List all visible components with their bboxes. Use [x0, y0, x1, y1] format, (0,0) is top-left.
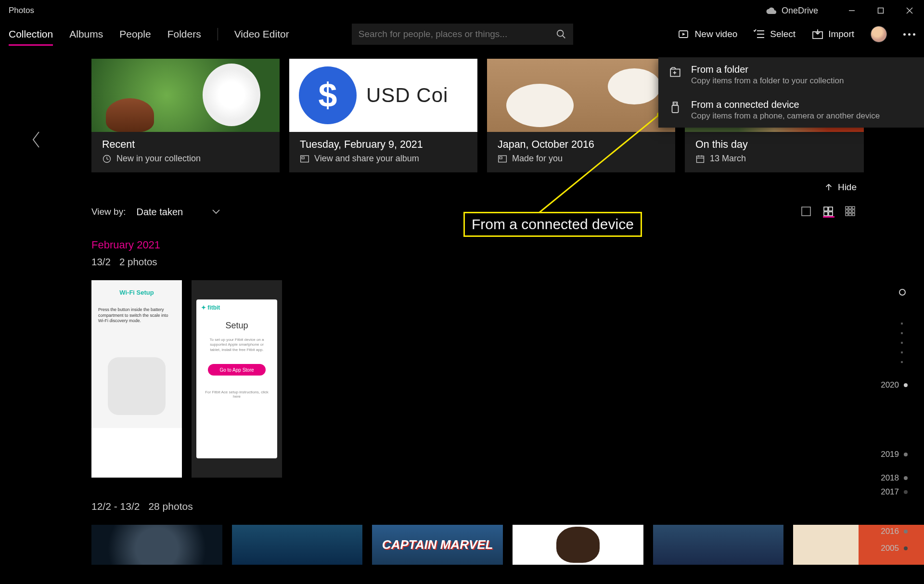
- photo-thumbnail[interactable]: [513, 525, 643, 565]
- clock-icon: [102, 154, 112, 164]
- card-subtitle: Made for you: [512, 154, 563, 164]
- svg-point-4: [557, 30, 563, 37]
- annotation-callout: From a connected device: [463, 212, 642, 237]
- photo-thumbnails: CAPTAIN MARVEL: [91, 525, 924, 565]
- month-subheader: 13/22 photos: [91, 256, 924, 268]
- onedrive-button[interactable]: OneDrive: [766, 6, 818, 16]
- photo-thumbnail[interactable]: ✦ fitbit Setup To set up your Fitbit dev…: [192, 280, 282, 478]
- thumb-content: Setup: [201, 321, 272, 331]
- photo-thumbnail[interactable]: CAPTAIN MARVEL: [372, 525, 503, 565]
- viewby-selected: Date taken: [136, 207, 183, 218]
- view-grid-small-icon[interactable]: [845, 206, 857, 218]
- window-controls: [837, 0, 924, 21]
- import-button[interactable]: Import: [812, 29, 854, 39]
- timeline-year[interactable]: 2016: [881, 527, 908, 536]
- search-input[interactable]: [359, 29, 556, 39]
- import-from-device[interactable]: From a connected device Copy items from …: [658, 92, 924, 128]
- group-count: 2 photos: [119, 256, 157, 267]
- import-from-folder[interactable]: From a folder Copy items from a folder t…: [658, 57, 924, 92]
- user-avatar[interactable]: [871, 26, 887, 42]
- card-subtitle: 13 March: [710, 154, 746, 164]
- card-title: On this day: [695, 139, 854, 151]
- thumb-content: Go to App Store: [208, 364, 266, 376]
- onedrive-label: OneDrive: [782, 6, 818, 16]
- filter-row: View by: Date taken: [0, 193, 924, 218]
- card-recent[interactable]: Recent New in your collection: [91, 59, 280, 172]
- card-image: $USD Coi: [289, 59, 477, 132]
- month-group-header: February 2021 13/22 photos: [91, 239, 924, 268]
- tab-collection[interactable]: Collection: [9, 26, 53, 42]
- timeline-scrubber[interactable]: 2020 2019 2018 2017 2016 2005: [876, 289, 914, 574]
- svg-rect-35: [846, 210, 848, 212]
- thumb-content: Press the button inside the battery comp…: [98, 307, 175, 324]
- photo-thumbnail[interactable]: [232, 525, 363, 565]
- svg-rect-40: [852, 213, 855, 216]
- thumb-content: For Fitbit Ace setup instructions, click…: [201, 390, 272, 399]
- search-box[interactable]: [352, 24, 573, 45]
- timeline-year[interactable]: 2019: [881, 450, 908, 459]
- hide-label: Hide: [838, 182, 857, 193]
- tab-albums[interactable]: Albums: [69, 26, 103, 42]
- tab-people[interactable]: People: [119, 26, 151, 42]
- tab-video-editor[interactable]: Video Editor: [234, 26, 289, 42]
- group-date-range: 12/2 - 13/2: [91, 501, 140, 512]
- hide-button[interactable]: Hide: [824, 182, 857, 193]
- card-image: [91, 59, 280, 132]
- folder-add-icon: [669, 66, 681, 78]
- usb-device-icon: [669, 101, 681, 114]
- timeline-handle[interactable]: [899, 289, 906, 296]
- card-album-2[interactable]: Japan, October 2016 Made for you: [487, 59, 675, 172]
- svg-rect-32: [846, 207, 848, 209]
- card-album-1[interactable]: $USD Coi Tuesday, February 9, 2021 View …: [289, 59, 477, 172]
- new-video-label: New video: [695, 29, 738, 39]
- calendar-icon: [695, 154, 705, 164]
- photo-thumbnail[interactable]: [653, 525, 784, 565]
- timeline-year[interactable]: 2018: [881, 473, 908, 483]
- svg-rect-36: [849, 210, 851, 212]
- svg-rect-15: [672, 105, 679, 113]
- select-button[interactable]: Select: [754, 29, 796, 39]
- timeline-year[interactable]: 2020: [881, 380, 908, 390]
- cloud-icon: [766, 7, 777, 14]
- timeline-year[interactable]: 2005: [881, 544, 908, 553]
- group-count: 28 photos: [148, 501, 192, 512]
- svg-rect-34: [852, 207, 855, 209]
- select-icon: [754, 29, 765, 39]
- svg-rect-22: [500, 156, 502, 158]
- timeline-year[interactable]: 2017: [881, 487, 908, 497]
- minimize-button[interactable]: [837, 0, 866, 21]
- menu-item-title: From a folder: [691, 64, 844, 75]
- import-label: Import: [828, 29, 854, 39]
- group-subheader: 12/2 - 13/228 photos: [91, 501, 924, 512]
- video-icon: [679, 29, 690, 39]
- month-title[interactable]: February 2021: [91, 239, 924, 251]
- menu-item-title: From a connected device: [691, 99, 880, 110]
- svg-rect-20: [302, 156, 304, 158]
- svg-rect-1: [878, 8, 884, 13]
- view-single-icon[interactable]: [801, 206, 812, 218]
- svg-rect-23: [697, 156, 704, 162]
- menu-item-desc: Copy items from a phone, camera or anoth…: [691, 111, 880, 121]
- svg-rect-27: [802, 207, 810, 216]
- carousel-prev-button[interactable]: [19, 120, 53, 159]
- nav-tabs: Collection Albums People Folders Video E…: [9, 26, 289, 42]
- svg-line-5: [562, 36, 565, 39]
- viewby-dropdown[interactable]: Date taken: [136, 207, 220, 218]
- view-grid-medium-icon[interactable]: [823, 206, 834, 218]
- arrow-up-icon: [824, 183, 833, 192]
- new-video-button[interactable]: New video: [679, 29, 738, 39]
- photo-thumbnail[interactable]: [91, 525, 222, 565]
- photo-thumbnail[interactable]: Wi-Fi Setup Press the button inside the …: [91, 280, 182, 478]
- card-title: Recent: [102, 139, 270, 151]
- thumb-content: [108, 357, 166, 415]
- tab-folders[interactable]: Folders: [167, 26, 201, 42]
- chevron-left-icon: [31, 131, 41, 148]
- group-date: 13/2: [91, 256, 111, 267]
- maximize-button[interactable]: [866, 0, 895, 21]
- menu-item-desc: Copy items from a folder to your collect…: [691, 76, 844, 86]
- svg-rect-37: [852, 210, 855, 212]
- close-button[interactable]: [895, 0, 924, 21]
- hide-row: Hide: [0, 172, 924, 193]
- more-button[interactable]: [903, 33, 915, 36]
- card-title: Tuesday, February 9, 2021: [300, 139, 468, 151]
